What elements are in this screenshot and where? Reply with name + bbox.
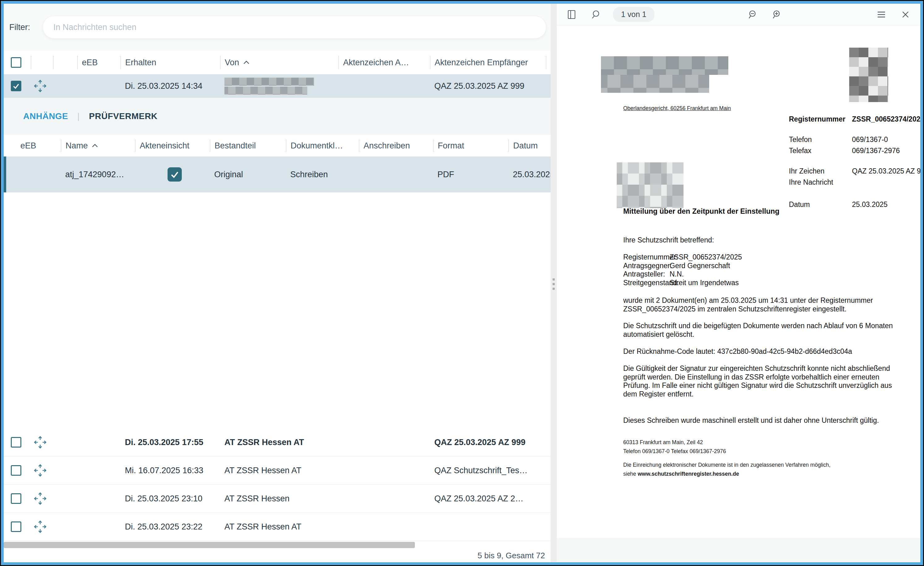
row-checkbox[interactable] <box>11 465 21 476</box>
redacted-letterhead-block <box>601 56 728 93</box>
column-header-eeb[interactable]: eEB <box>77 56 120 69</box>
drag-handle-icon[interactable] <box>553 278 555 290</box>
att-column-akteneinsicht[interactable]: Akteneinsicht <box>135 140 210 152</box>
pdf-toolbar: 1 von 1 <box>557 4 920 26</box>
sender-address-line: Oberlandesgericht, 60256 Frankfurt am Ma… <box>623 105 731 112</box>
meta-ihre-nachricht: Ihre Nachricht <box>789 178 920 186</box>
zoom-in-icon[interactable] <box>770 8 783 21</box>
att-column-format[interactable]: Format <box>433 140 508 152</box>
pane-splitter[interactable] <box>550 4 557 562</box>
tab-separator: | <box>77 111 80 121</box>
message-row[interactable]: Di. 25.03.2025 23:10 AT ZSSR Hessen QAZ … <box>4 485 550 513</box>
letter-paragraph: Die Gültigkeit der Signatur zur eingerei… <box>623 364 920 398</box>
att-cell-datum: 25.03.2025 <box>508 170 550 179</box>
case-antragsteller: Antragsteller:N.N. <box>623 270 742 279</box>
list-empty-area <box>4 192 550 428</box>
row-checkbox[interactable] <box>11 437 21 447</box>
att-cell-format: PDF <box>433 170 508 179</box>
search-icon[interactable] <box>589 8 603 21</box>
att-cell-name: atj_17429092… <box>61 170 135 179</box>
attachment-table-header: eEB Name Akteneinsicht Bestandteil Dokum… <box>4 135 550 156</box>
meta-telefax: Telefax069/1367-2976 <box>789 147 920 155</box>
column-header-empty[interactable] <box>53 56 77 69</box>
detail-tabs-bar: ANHÄNGE | PRÜFVERMERK <box>4 98 550 135</box>
footer-address: 60313 Frankfurt am Main, Zeil 42 <box>623 439 830 445</box>
column-header-erhalten[interactable]: Erhalten <box>120 56 220 69</box>
att-column-eeb[interactable]: eEB <box>16 140 61 152</box>
footer-note: Die Einreichung elektronischer Dokumente… <box>623 462 830 468</box>
menu-icon[interactable] <box>874 8 888 21</box>
message-list-pane: Filter: eEB Erhalten Von Aktenzeichen A…… <box>4 4 550 562</box>
case-antragsgegner: Antragsgegner:Gerd Gegnerschaft <box>623 262 742 270</box>
column-header-von[interactable]: Von <box>220 56 339 69</box>
close-icon[interactable] <box>898 8 912 21</box>
tab-pruefvermerk[interactable]: PRÜFVERMERK <box>89 111 158 121</box>
meta-registernummer: RegisternummerZSSR_00652374/2025 <box>789 115 920 123</box>
column-header-move[interactable] <box>31 56 53 69</box>
cell-von: AT ZSSR Hessen AT <box>220 466 339 475</box>
footer-phone: Telefon 069/1367-0 Telefax 069/1367-2976 <box>623 448 830 454</box>
tab-anhaenge[interactable]: ANHÄNGE <box>23 111 68 121</box>
redacted-sender-block <box>224 78 339 95</box>
meta-datum: Datum25.03.2025 <box>789 200 920 209</box>
att-cell-bestandteil: Original <box>210 170 286 179</box>
meta-telefon: Telefon069/1367-0 <box>789 135 920 144</box>
select-all-checkbox[interactable] <box>11 57 21 68</box>
redacted-recipient-block <box>617 162 684 208</box>
cell-aktenzeichen-empfaenger: QAZ 25.03.2025 AZ 999 <box>430 81 546 91</box>
row-checkbox-checked[interactable] <box>11 81 21 91</box>
column-header-aktenzeichen-empfaenger[interactable]: Aktenzeichen Empfänger <box>430 56 546 69</box>
att-column-datum[interactable]: Datum <box>508 140 550 152</box>
cell-erhalten: Di. 25.03.2025 23:10 <box>120 494 220 503</box>
cell-von-redacted <box>220 78 339 95</box>
cell-erhalten: Di. 25.03.2025 17:55 <box>120 438 220 447</box>
footer-link-line: siehe www.schutzschriftenregister.hessen… <box>623 471 830 477</box>
att-column-bestandteil[interactable]: Bestandteil <box>210 140 286 152</box>
search-input[interactable] <box>43 16 546 39</box>
cell-von: AT ZSSR Hessen AT <box>220 438 339 447</box>
akteneinsicht-checkbox-checked[interactable] <box>168 167 182 182</box>
move-icon[interactable] <box>33 491 48 506</box>
letter-paragraph: Dieses Schreiben wurde maschinell erstel… <box>623 416 920 425</box>
column-header-se[interactable]: Se <box>546 56 550 69</box>
pagination-status: 5 bis 9, Gesamt 72 <box>478 551 545 560</box>
att-column-name-label: Name <box>66 141 88 151</box>
cell-erhalten: Di. 25.03.2025 23:22 <box>120 522 220 531</box>
attachment-row[interactable]: atj_17429092… Original Schreiben PDF 25.… <box>4 156 550 192</box>
pdf-page: Oberlandesgericht, 60256 Frankfurt am Ma… <box>557 26 920 538</box>
att-column-anschreiben[interactable]: Anschreiben <box>359 140 433 152</box>
horizontal-scrollbar-thumb[interactable] <box>4 542 415 548</box>
move-icon[interactable] <box>33 78 48 93</box>
att-column-name[interactable]: Name <box>61 140 135 152</box>
page-indicator: 1 von 1 <box>613 7 654 22</box>
move-icon[interactable] <box>33 463 48 478</box>
register-url: www.schutzschriftenregister.hessen.de <box>638 471 739 477</box>
letter-paragraph: Der Rücknahme-Code lautet: 437c2b80-90ad… <box>623 347 920 356</box>
letter-paragraph: Die Schutzschrift und die beigefügten Do… <box>623 322 920 339</box>
message-row[interactable]: Di. 25.03.2025 17:55 AT ZSSR Hessen AT Q… <box>4 428 550 456</box>
att-cell-akteneinsicht <box>135 167 210 182</box>
move-icon[interactable] <box>33 435 48 450</box>
row-checkbox[interactable] <box>11 521 21 532</box>
meta-ihr-zeichen: Ihr ZeichenQAZ 25.03.2025 AZ 999 <box>789 167 920 176</box>
case-fields-block: Registernummer:ZSSR_00652374/2025 Antrag… <box>623 253 742 287</box>
letter-intro: Ihre Schutzschrift betreffend: <box>623 236 714 244</box>
row-move-cell <box>31 78 53 93</box>
sort-asc-icon <box>92 144 98 148</box>
message-row[interactable]: Mi. 16.07.2025 16:33 AT ZSSR Hessen AT Q… <box>4 456 550 485</box>
zoom-out-icon[interactable] <box>746 8 759 21</box>
row-checkbox[interactable] <box>11 493 21 504</box>
letter-meta-block: RegisternummerZSSR_00652374/2025 Telefon… <box>789 115 920 209</box>
column-header-aktenzeichen-antragsteller[interactable]: Aktenzeichen A… <box>339 56 430 69</box>
case-streitgegenstand: Streitgegenstand:Streit um Irgendetwas <box>623 279 742 287</box>
window-frame: Filter: eEB Erhalten Von Aktenzeichen A…… <box>0 0 924 566</box>
message-row-selected[interactable]: Di. 25.03.2025 14:34 QAZ 25.03.2025 AZ 9… <box>4 74 550 98</box>
app-window: Filter: eEB Erhalten Von Aktenzeichen A…… <box>4 4 920 562</box>
select-all-cell <box>4 56 31 69</box>
att-column-dokumentklasse[interactable]: Dokumentkl… <box>286 140 359 152</box>
message-row[interactable]: Di. 25.03.2025 23:22 AT ZSSR Hessen AT <box>4 513 550 541</box>
sidebar-toggle-icon[interactable] <box>565 8 578 21</box>
move-icon[interactable] <box>33 519 48 534</box>
column-header-von-label: Von <box>225 58 239 68</box>
pdf-viewer-pane: 1 von 1 <box>557 4 920 562</box>
